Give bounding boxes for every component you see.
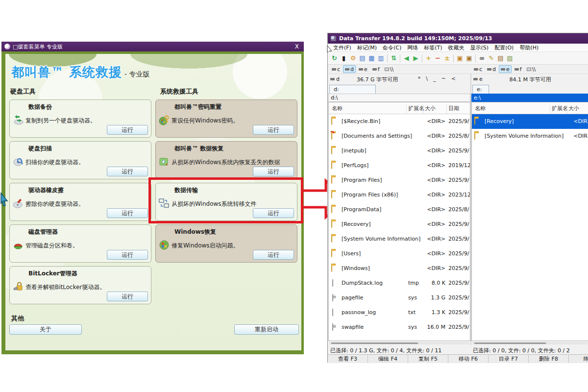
scrollbar-thumb[interactable] <box>474 343 546 344</box>
column-header[interactable]: 扩展名 <box>408 105 424 112</box>
file-row[interactable]: passnow_logtxt1.3 K2025/9/ <box>329 305 470 320</box>
file-row[interactable]: [Program Files (x86)]<DIR>2023/12 <box>329 188 470 202</box>
file-row[interactable]: DumpStack.logtmp8.0 K2025/9/ <box>329 276 470 291</box>
file-row[interactable]: [Program Files]<DIR>2025/9/ <box>329 173 470 188</box>
file-row[interactable]: [inetpub]<DIR>2025/9/ <box>329 144 470 158</box>
run-button[interactable]: 运行 <box>107 292 148 301</box>
forward-icon[interactable]: ▶ <box>411 53 420 63</box>
run-button[interactable]: 运行 <box>253 167 294 176</box>
refresh-icon[interactable]: ↻ <box>330 53 339 63</box>
tree-view-icon[interactable]: ⇅ <box>389 53 398 63</box>
drive-button-d[interactable]: d <box>343 65 356 73</box>
column-separator[interactable] <box>406 105 407 114</box>
view-details-icon[interactable]: ▦ <box>367 53 376 63</box>
column-header[interactable]: 大小 <box>425 105 436 112</box>
search-icon[interactable]: ∞ <box>477 53 487 63</box>
quick-path-button[interactable]: _ <box>432 75 437 82</box>
file-row[interactable]: [PerfLogs]<DIR>2019/12 <box>329 158 470 173</box>
connect-icon[interactable]: ± <box>442 53 452 63</box>
data-transfer-titlebar[interactable]: Data Transfer 194.8.2 build 149:150M; 20… <box>328 33 588 44</box>
file-row[interactable]: [ProgramData]<DIR>2025/8/ <box>329 202 470 217</box>
run-button[interactable]: 运行 <box>253 125 294 135</box>
file-row[interactable]: [$Recycle.Bin]<DIR>2025/9/ <box>329 114 470 129</box>
unpack-icon[interactable]: ▣ <box>465 53 474 63</box>
run-button[interactable]: 运行 <box>107 125 148 135</box>
about-button[interactable]: 关于 <box>9 324 82 335</box>
file-row[interactable]: [System Volume Information]<DIR> <box>472 129 588 144</box>
quick-path-button[interactable]: \ <box>425 75 429 82</box>
menu-item[interactable]: 收藏夹 <box>446 44 467 51</box>
run-button[interactable]: 运行 <box>253 250 294 260</box>
file-row[interactable]: pagefilesys1.3 G2025/9/ <box>329 291 470 305</box>
drive-button-f[interactable]: f <box>513 65 524 73</box>
function-key-button[interactable]: 删除 F8 <box>529 355 569 363</box>
horizontal-scrollbar[interactable] <box>472 342 588 344</box>
file-row[interactable]: [Recovery]<DIR>2025/9/ <box>329 217 470 232</box>
back-icon[interactable]: ◀ <box>402 53 411 63</box>
column-header[interactable]: 大小 <box>568 105 579 112</box>
function-key-button[interactable]: 编辑 F4 <box>368 355 408 363</box>
drive-button-e[interactable]: e <box>499 65 512 73</box>
menu-item[interactable]: 命令(C) <box>380 44 404 51</box>
function-key-button[interactable]: 移动 F6 <box>448 355 489 363</box>
drive-button-c[interactable]: c <box>472 65 484 73</box>
column-separator[interactable] <box>423 105 423 114</box>
file-row[interactable]: [System Volume Information]<DIR>2025/9/ <box>329 232 470 246</box>
tool-description: 擦除你的硬盘驱动器。 <box>25 200 148 208</box>
tab-drive-e[interactable]: e: <box>472 85 489 94</box>
archive-icon[interactable]: ▤ <box>496 53 505 63</box>
close-button[interactable]: X <box>293 43 301 50</box>
horizontal-scrollbar[interactable] <box>329 342 469 344</box>
menu-item[interactable]: 帮助(H) <box>517 44 541 51</box>
quick-path-button[interactable]: * <box>417 75 422 82</box>
scrollbar-thumb[interactable] <box>331 343 418 344</box>
clipboard-icon[interactable]: ▧ <box>505 53 514 63</box>
run-button[interactable]: 运行 <box>107 208 148 218</box>
quick-path-button[interactable]: ~ <box>441 75 447 82</box>
drive-button-d[interactable]: d <box>485 65 498 73</box>
column-header[interactable]: 名称 <box>475 105 486 112</box>
tab-drive-d[interactable]: d: <box>329 85 376 94</box>
network-drive-button[interactable]: \\ <box>383 65 395 73</box>
file-row[interactable]: [Recovery]<DIR> <box>472 114 588 129</box>
function-key-button[interactable]: 复制 F5 <box>408 355 448 363</box>
drive-button-e[interactable]: e <box>357 65 369 73</box>
view-thumbnails-icon[interactable]: ▥ <box>376 53 386 63</box>
network-drive-button[interactable]: \\ <box>525 65 538 73</box>
pack-icon[interactable]: ▣ <box>455 53 465 63</box>
column-separator[interactable] <box>446 105 447 114</box>
drive-button-f[interactable]: f <box>370 65 382 73</box>
options-gear-icon[interactable]: ⚙ <box>348 53 358 63</box>
menu-item[interactable]: 配置(O) <box>492 44 516 51</box>
quick-path-button[interactable]: < <box>450 75 457 82</box>
view-list-icon[interactable]: ▤ <box>358 53 367 63</box>
restart-button[interactable]: 重新启动 <box>234 324 299 335</box>
menu-item[interactable]: 网络 <box>405 44 420 51</box>
file-row[interactable]: [Users]<DIR>2025/9/ <box>329 246 470 261</box>
file-row[interactable]: [Documents and Settings]<DIR>2025/8/ <box>329 129 470 144</box>
menu-item[interactable]: 显示(S) <box>468 44 491 51</box>
menu-item[interactable]: 标签(T) <box>421 44 444 51</box>
column-header[interactable]: 日期 <box>448 105 459 112</box>
connect-remove-icon[interactable]: − <box>433 53 442 63</box>
menu-item[interactable]: 标记(M) <box>355 44 379 51</box>
column-separator[interactable] <box>550 105 550 114</box>
current-path[interactable]: e:\ <box>471 94 588 102</box>
file-row[interactable]: swapfilesys16.0 M2025/9/ <box>329 320 470 335</box>
current-path[interactable]: d:\ <box>328 94 470 102</box>
column-header[interactable]: 扩展名 <box>552 105 568 112</box>
function-key-button[interactable]: 目录 F7 <box>489 355 529 363</box>
rescue-window-titlebar[interactable]: □援套装菜单 专业版 X <box>1 42 304 51</box>
column-header[interactable]: 名称 <box>332 105 343 112</box>
terminal-icon[interactable]: ▮ <box>339 53 348 63</box>
run-button[interactable]: 运行 <box>107 250 148 260</box>
column-separator[interactable] <box>567 105 567 114</box>
drive-button-c[interactable]: c <box>330 65 342 73</box>
run-button[interactable]: 运行 <box>107 167 148 176</box>
menu-item[interactable]: 文件(F) <box>331 44 354 51</box>
function-key-button[interactable]: 查看 F3 <box>328 355 368 363</box>
file-row[interactable]: [Windows]<DIR>2025/9/ <box>329 261 470 276</box>
connect-add-icon[interactable]: + <box>424 53 433 63</box>
function-key-button[interactable]: 终端 <box>569 355 588 363</box>
edit-file-icon[interactable]: ✎ <box>487 53 496 63</box>
